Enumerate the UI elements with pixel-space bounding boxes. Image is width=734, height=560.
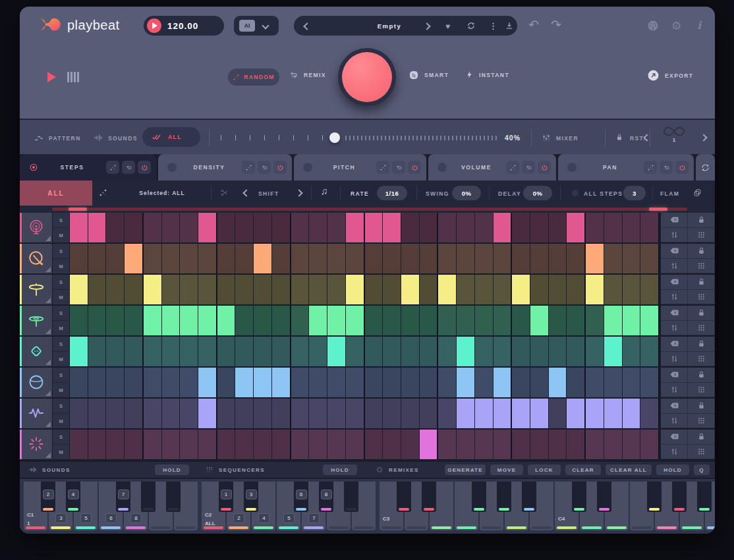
step-4-31[interactable] [623,306,641,335]
step-5-12[interactable] [272,337,291,366]
step-1-17[interactable] [365,213,383,242]
loop-length-control[interactable]: 1 [654,126,694,143]
step-1-18[interactable] [383,213,401,242]
step-6-13[interactable] [291,368,310,397]
smart-toggle[interactable]: SMART [409,70,449,80]
pattern-mode-button[interactable]: PATTERN [49,135,81,142]
step-1-10[interactable] [235,213,254,242]
step-2-32[interactable] [640,244,660,273]
black-key[interactable] [472,482,486,512]
step-2-11[interactable] [254,244,272,273]
mute-button[interactable]: M [53,383,69,397]
copy-icon[interactable] [693,188,702,197]
drag-handle-icon[interactable] [688,321,715,336]
track-selector-fx[interactable] [20,430,52,459]
tab-volume[interactable]: VOLUME [428,154,556,181]
step-3-27[interactable] [549,275,567,304]
rate-value[interactable]: 1/16 [377,186,407,200]
loop-next-icon[interactable] [700,134,707,141]
step-8-18[interactable] [383,430,401,459]
step-8-13[interactable] [291,430,310,459]
favorite-heart-icon[interactable]: ♥ [445,22,450,31]
step-5-22[interactable] [457,337,475,366]
step-8-15[interactable] [327,430,346,459]
loop-icon[interactable] [660,161,673,174]
step-4-11[interactable] [254,306,272,335]
tab-pan[interactable]: PAN [558,154,694,181]
preset-prev-icon[interactable] [303,22,310,30]
step-1-24[interactable] [494,213,513,242]
solo-button[interactable]: S [53,213,69,228]
drag-handle-icon[interactable] [688,383,715,398]
step-5-11[interactable] [254,337,272,366]
step-3-28[interactable] [567,275,586,304]
step-4-13[interactable] [291,306,310,335]
mute-button[interactable]: M [53,414,69,428]
step-8-8[interactable] [198,430,217,459]
solo-button[interactable]: S [53,399,69,414]
step-5-27[interactable] [549,337,567,366]
step-3-2[interactable] [88,275,107,304]
track-selector-snare[interactable] [20,244,52,273]
step-7-9[interactable] [217,399,236,428]
step-2-22[interactable] [457,244,475,273]
step-8-1[interactable] [70,430,88,459]
mute-button[interactable]: M [53,352,69,366]
dice-icon[interactable] [644,161,657,174]
step-6-4[interactable] [125,368,144,397]
swing-value[interactable]: 0% [452,186,481,200]
lock-icon[interactable] [688,337,715,352]
lock-icon[interactable] [688,430,715,445]
step-7-16[interactable] [346,399,365,428]
step-5-5[interactable] [144,337,162,366]
track-settings-icon[interactable] [661,228,688,243]
all-tracks-button[interactable]: ALL [20,181,92,206]
step-8-19[interactable] [401,430,420,459]
lock-icon[interactable] [688,244,715,259]
step-5-25[interactable] [512,337,530,366]
step-6-5[interactable] [144,368,162,397]
step-5-32[interactable] [640,337,660,366]
step-4-9[interactable] [217,306,236,335]
step-3-13[interactable] [291,275,310,304]
step-8-12[interactable] [272,430,291,459]
black-key[interactable] [344,482,358,512]
step-4-23[interactable] [475,306,494,335]
step-7-24[interactable] [494,399,513,428]
midi-icon[interactable] [647,20,659,32]
step-8-29[interactable] [586,430,604,459]
step-7-30[interactable] [604,399,623,428]
mixer-button[interactable]: MIXER [556,135,579,142]
step-3-5[interactable] [144,275,162,304]
instant-toggle[interactable]: INSTANT [465,70,509,80]
step-8-4[interactable] [125,430,144,459]
shift-right-icon[interactable] [295,189,302,196]
black-key[interactable] [522,482,536,512]
flam-button[interactable]: FLAM [660,190,679,197]
step-6-16[interactable] [346,368,365,397]
clear-steps-icon[interactable] [661,399,688,414]
step-4-18[interactable] [383,306,401,335]
step-5-7[interactable] [180,337,198,366]
step-6-19[interactable] [401,368,420,397]
step-7-20[interactable] [420,399,439,428]
step-2-29[interactable] [586,244,604,273]
step-7-3[interactable] [106,399,125,428]
preset-menu-kebab-icon[interactable]: ⋮ [489,21,497,31]
mute-button[interactable]: M [53,445,69,459]
step-3-3[interactable] [106,275,125,304]
all-steps-value[interactable]: 3 [623,186,646,200]
step-3-14[interactable] [309,275,327,304]
step-6-18[interactable] [383,368,401,397]
black-key[interactable]: 3 [244,482,258,512]
step-3-15[interactable] [327,275,346,304]
tab-density[interactable]: DENSITY [158,154,292,181]
step-5-13[interactable] [291,337,310,366]
step-6-15[interactable] [327,368,346,397]
step-8-3[interactable] [106,430,125,459]
step-8-2[interactable] [88,430,107,459]
step-7-7[interactable] [180,399,198,428]
black-key[interactable] [597,482,611,512]
step-7-13[interactable] [291,399,310,428]
redo-icon[interactable]: ↷ [551,17,561,32]
